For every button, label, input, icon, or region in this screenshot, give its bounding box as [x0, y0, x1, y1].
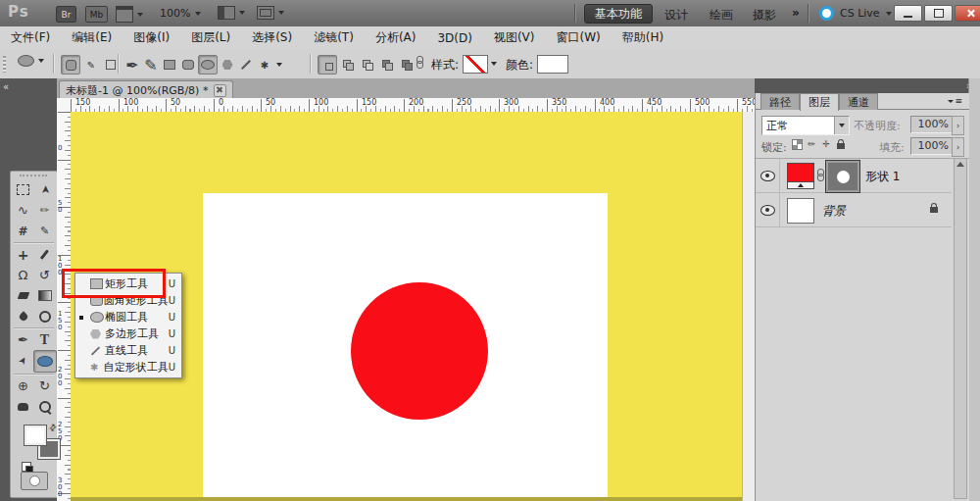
rounded-rectangle-tool-button[interactable]	[179, 56, 197, 74]
default-colors-icon[interactable]	[22, 462, 31, 472]
type-tool-button[interactable]: T	[34, 329, 56, 350]
zoom-level-control[interactable]: 100%	[160, 7, 201, 20]
shape-tool-button-active[interactable]	[33, 350, 57, 373]
visibility-cell[interactable]	[756, 159, 780, 192]
subtract-shape-button[interactable]	[339, 56, 357, 74]
lock-position-button[interactable]: ✛	[820, 138, 832, 150]
layer-name[interactable]: 形状 1	[865, 169, 900, 185]
zoom-tool-button[interactable]	[34, 396, 56, 417]
ellipse-tool-button[interactable]	[198, 55, 218, 75]
panel-menu-button[interactable]: ≡	[948, 96, 963, 106]
layer-thumbnail-white[interactable]	[787, 198, 814, 224]
eraser-tool-button[interactable]	[13, 285, 34, 306]
paths-mode-button[interactable]: ✎	[82, 56, 100, 74]
opacity-spinner[interactable]: ›	[952, 116, 964, 135]
move-tool-button[interactable]: ➤	[34, 179, 55, 201]
scroll-up-icon[interactable]	[956, 162, 964, 167]
view-extras-button[interactable]	[116, 6, 143, 23]
tab-paths[interactable]: 路径	[760, 93, 800, 110]
lock-transparency-button[interactable]	[791, 138, 803, 150]
foreground-color-swatch[interactable]	[24, 425, 47, 446]
gradient-tool-button[interactable]	[34, 285, 56, 306]
pen-tool-button-sidebar[interactable]: ✒	[13, 329, 34, 350]
flyout-item-line[interactable]: 直线工具 U	[75, 342, 181, 359]
screen-mode-button[interactable]	[257, 6, 284, 20]
menu-analysis[interactable]: 分析(A)	[365, 29, 427, 46]
quick-mask-button[interactable]	[21, 472, 48, 490]
mini-bridge-button[interactable]: Mb	[85, 6, 108, 23]
3d-orbit-tool-button[interactable]: ↻	[34, 376, 56, 396]
document-tab[interactable]: 未标题-1 @ 100%(RGB/8) *	[59, 80, 233, 99]
fill-spinner[interactable]: ›	[952, 137, 964, 157]
clone-stamp-tool-button[interactable]: Ω	[13, 265, 34, 285]
crop-tool-button[interactable]: #	[13, 221, 34, 241]
workspace-paint-button[interactable]: 绘画	[710, 7, 733, 24]
custom-shape-tool-button[interactable]: ✱	[256, 56, 273, 74]
lock-pixels-button[interactable]: ✏	[806, 138, 817, 150]
shape-color-swatch[interactable]	[537, 55, 568, 74]
marquee-tool-button[interactable]	[13, 179, 34, 200]
options-bar-grip[interactable]	[3, 56, 6, 73]
visibility-cell[interactable]	[756, 193, 780, 226]
fill-value[interactable]: 100%	[910, 137, 953, 155]
mask-link-icon[interactable]	[816, 169, 824, 182]
dodge-tool-button[interactable]	[34, 306, 56, 326]
layer-row-shape1[interactable]: 形状 1	[756, 159, 952, 193]
workspace-photo-button[interactable]: 摄影	[753, 7, 776, 24]
blur-tool-button[interactable]	[13, 306, 34, 326]
menu-edit[interactable]: 编辑(E)	[61, 29, 122, 46]
flyout-item-polygon[interactable]: 多边形工具 U	[75, 326, 181, 342]
3d-rotate-tool-button[interactable]: ⊕	[13, 376, 34, 396]
menu-layer[interactable]: 图层(L)	[180, 29, 241, 46]
menu-file[interactable]: 文件(F)	[0, 29, 61, 46]
history-brush-tool-button[interactable]: ↺	[34, 265, 56, 285]
line-tool-button[interactable]	[237, 56, 255, 74]
pen-tool-button[interactable]: ✒	[123, 56, 141, 74]
hand-tool-button[interactable]	[13, 396, 34, 417]
lock-all-button[interactable]	[835, 138, 847, 150]
menu-help[interactable]: 帮助(H)	[612, 29, 674, 46]
eyedropper-tool-button[interactable]: ✎	[34, 221, 56, 241]
layers-scrollbar[interactable]	[954, 158, 967, 499]
layer-row-background[interactable]: 背景	[756, 193, 952, 227]
workspace-design-button[interactable]: 设计	[664, 7, 688, 24]
opacity-value[interactable]: 100%	[910, 116, 953, 133]
vertical-scrollbar[interactable]	[742, 112, 755, 501]
layer-name[interactable]: 背景	[822, 203, 846, 220]
combine-shape-button[interactable]	[398, 56, 416, 74]
minimize-button[interactable]	[894, 5, 922, 22]
style-swatch-none[interactable]	[463, 55, 488, 74]
vector-mask-thumbnail[interactable]	[826, 161, 859, 192]
red-circle-shape[interactable]	[351, 282, 488, 420]
menu-image[interactable]: 图像(I)	[122, 29, 180, 46]
shape-layers-button[interactable]	[61, 55, 80, 75]
bridge-button[interactable]: Br	[56, 6, 76, 23]
blend-mode-select[interactable]: 正常	[761, 116, 850, 135]
panel-grip[interactable]	[20, 175, 47, 178]
freeform-pen-button[interactable]: ✎	[142, 56, 160, 74]
exclude-shape-button[interactable]	[378, 56, 396, 74]
quick-selection-tool-button[interactable]: ✏	[34, 200, 56, 221]
add-to-shape-button[interactable]	[318, 55, 337, 75]
menu-view[interactable]: 视图(V)	[483, 29, 546, 46]
horizontal-ruler[interactable]: 150 100 50 0 50 100 150 200 250 300 350 …	[71, 98, 755, 113]
rectangle-tool-button[interactable]	[161, 56, 178, 74]
menu-select[interactable]: 选择(S)	[241, 29, 303, 46]
healing-brush-tool-button[interactable]: +	[13, 244, 34, 265]
close-button[interactable]	[955, 5, 980, 22]
lasso-tool-button[interactable]: ∿	[13, 200, 34, 221]
workspace-basic-button[interactable]: 基本功能	[584, 4, 653, 24]
polygon-tool-button[interactable]	[219, 56, 236, 74]
path-selection-tool-button[interactable]: ➤	[8, 346, 36, 376]
tab-layers[interactable]: 图层	[800, 93, 839, 111]
cs-live-button[interactable]: CS Live	[819, 6, 892, 21]
flyout-item-custom-shape[interactable]: ✱ 自定形状工具 U	[75, 359, 181, 376]
chevron-down-icon[interactable]	[491, 62, 497, 66]
menu-3d[interactable]: 3D(D)	[426, 31, 482, 45]
collapse-panel-icon[interactable]: «	[3, 81, 9, 92]
brush-tool-button[interactable]	[34, 244, 56, 265]
arrange-documents-button[interactable]	[218, 6, 245, 20]
restore-button[interactable]	[924, 5, 953, 22]
tab-channels[interactable]: 通道	[839, 93, 878, 110]
workspace-overflow-button[interactable]: »	[792, 6, 800, 20]
